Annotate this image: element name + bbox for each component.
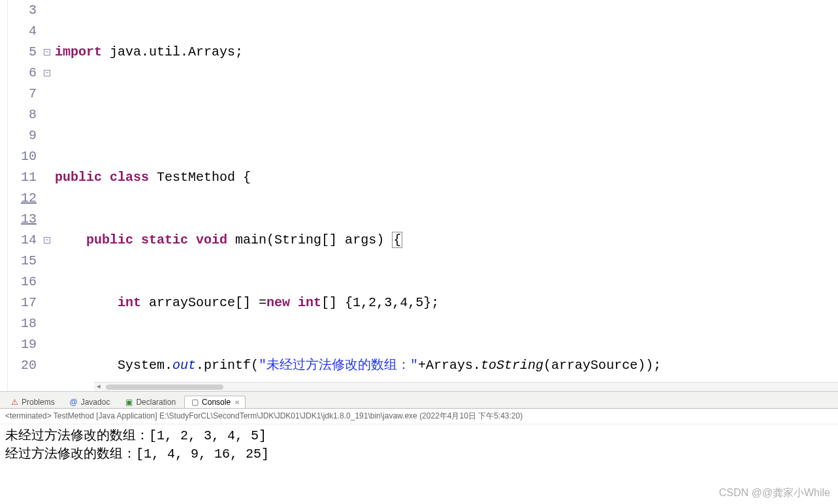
scrollbar-thumb[interactable] [106,385,223,390]
fold-column: − − − [42,0,52,391]
tab-declaration[interactable]: ▣ Declaration [118,396,182,408]
code-line[interactable]: public class TestMethod { [52,167,838,188]
view-tabs: ⚠ Problems @ Javadoc ▣ Declaration ▢ Con… [0,392,838,409]
line-number: 8 [8,104,37,125]
javadoc-icon: @ [69,398,78,407]
line-number: 16 [8,272,37,292]
tab-label: Console [202,398,231,407]
editor-area: 3 4 5 6 7 8 9 10 11 12 13 14 15 16 17 18… [0,0,838,392]
line-number: 14 [8,230,37,251]
tab-problems[interactable]: ⚠ Problems [4,396,61,408]
line-number: 12 [8,188,37,209]
line-number: 20 [8,355,37,376]
line-number: 15 [8,251,37,272]
line-number: 5 [8,42,37,63]
declaration-icon: ▣ [124,398,133,407]
code-line[interactable]: System.out.printf("未经过方法修改的数组："+Arrays.t… [52,355,838,376]
code-editor[interactable]: import java.util.Arrays; public class Te… [52,0,838,391]
fold-toggle-icon[interactable]: − [44,237,50,244]
code-line[interactable]: int arraySource[] =new int[] {1,2,3,4,5}… [52,292,838,313]
close-icon[interactable]: ✕ [234,399,240,406]
line-number-gutter: 3 4 5 6 7 8 9 10 11 12 13 14 15 16 17 18… [8,0,42,391]
horizontal-scrollbar[interactable]: ◄ [94,382,838,391]
watermark: CSDN @@龚家小While [719,486,830,500]
line-number: 17 [8,292,37,313]
line-number: 18 [8,313,37,334]
line-number: 11 [8,167,37,188]
line-number: 9 [8,125,37,146]
line-number: 3 [8,0,37,21]
left-margin [0,0,8,391]
tab-label: Javadoc [81,398,110,407]
tab-label: Declaration [136,398,176,407]
scroll-left-icon[interactable]: ◄ [94,377,103,392]
code-line[interactable] [52,104,838,125]
line-number: 19 [8,334,37,355]
console-line: 经过方法修改的数组：[1, 4, 9, 16, 25] [5,445,833,464]
fold-toggle-icon[interactable]: − [44,49,50,55]
console-status-line: <terminated> TestMethod [Java Applicatio… [0,409,838,424]
problems-icon: ⚠ [10,398,19,407]
line-number: 13 [8,209,37,230]
line-number: 7 [8,84,37,104]
code-line[interactable]: public static void main(String[] args) { [52,230,838,251]
tab-console[interactable]: ▢ Console ✕ [184,396,246,408]
matching-brace-icon: { [392,232,402,248]
line-number: 10 [8,146,37,167]
bottom-panel: ⚠ Problems @ Javadoc ▣ Declaration ▢ Con… [0,392,838,469]
code-line[interactable]: import java.util.Arrays; [52,42,838,63]
fold-toggle-icon[interactable]: − [44,70,50,76]
line-number: 4 [8,21,37,42]
tab-label: Problems [22,398,55,407]
console-line: 未经过方法修改的数组：[1, 2, 3, 4, 5] [5,427,833,445]
console-output[interactable]: 未经过方法修改的数组：[1, 2, 3, 4, 5] 经过方法修改的数组：[1,… [0,424,838,469]
console-icon: ▢ [190,398,199,407]
line-number: 6 [8,63,37,84]
tab-javadoc[interactable]: @ Javadoc [63,396,116,408]
